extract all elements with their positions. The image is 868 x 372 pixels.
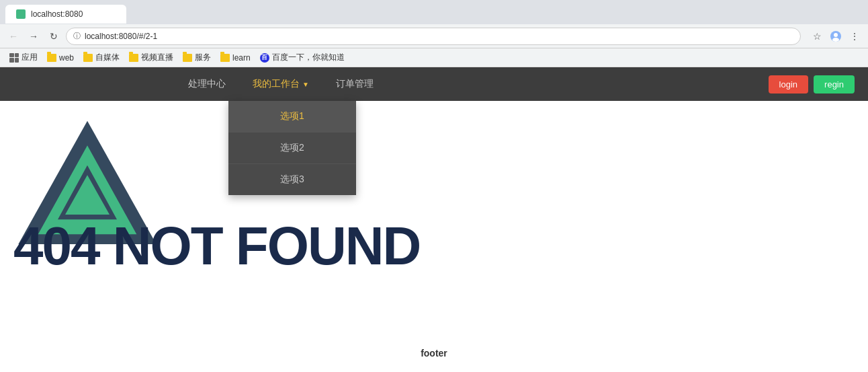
tab-bar: localhost:8080 — [0, 0, 868, 24]
bookmark-learn[interactable]: learn — [216, 52, 255, 64]
back-button[interactable]: ← — [5, 28, 21, 44]
page-footer: footer — [0, 348, 868, 359]
tab-favicon — [16, 9, 26, 19]
avatar-button[interactable] — [828, 28, 844, 44]
bookmark-stream[interactable]: 视频直播 — [125, 50, 177, 65]
folder-icon — [183, 54, 192, 62]
dropdown-item-3[interactable]: 选项3 — [228, 164, 356, 195]
footer-text: footer — [421, 348, 447, 359]
browser-actions: ☆ ⋮ — [809, 28, 863, 44]
bookmark-service[interactable]: 服务 — [179, 50, 215, 65]
login-button[interactable]: login — [769, 75, 808, 94]
chevron-down-icon: ▼ — [302, 81, 309, 88]
bookmark-web[interactable]: web — [43, 52, 78, 64]
dropdown-menu: 选项1 选项2 选项3 — [228, 101, 356, 195]
browser-tab[interactable]: localhost:8080 — [5, 5, 126, 24]
baidu-icon: 百 — [260, 53, 269, 63]
dropdown-item-2[interactable]: 选项2 — [228, 133, 356, 164]
bookmark-apps[interactable]: 应用 — [5, 50, 42, 65]
browser-controls: ← → ↻ ⓘ localhost:8080/#/2-1 ☆ ⋮ — [0, 24, 868, 48]
bookmark-baidu-label: 百度一下，你就知道 — [272, 52, 345, 63]
bookmark-baidu[interactable]: 百 百度一下，你就知道 — [256, 50, 349, 65]
app-navbar: 处理中心 我的工作台 ▼ 订单管理 login regin — [0, 67, 868, 101]
lock-icon: ⓘ — [73, 31, 81, 41]
url-text: localhost:8080/#/2-1 — [85, 32, 157, 41]
bookmark-learn-label: learn — [232, 53, 251, 63]
page-content: 处理中心 我的工作台 ▼ 订单管理 login regin 选项1 选项2 选项… — [0, 67, 868, 372]
folder-icon — [83, 54, 93, 62]
bookmark-stream-label: 视频直播 — [141, 52, 173, 63]
nav-item-workbench[interactable]: 我的工作台 ▼ — [239, 67, 322, 101]
folder-icon — [47, 54, 56, 62]
nav-item-orders-label: 订单管理 — [336, 78, 374, 90]
reload-button[interactable]: ↻ — [46, 28, 62, 44]
nav-item-process[interactable]: 处理中心 — [175, 67, 239, 101]
tab-title: localhost:8080 — [31, 9, 83, 19]
navbar-logo-area — [0, 67, 155, 101]
regin-button[interactable]: regin — [814, 75, 855, 94]
folder-icon — [129, 54, 138, 62]
bookmark-media[interactable]: 自媒体 — [79, 50, 124, 65]
bookmark-service-label: 服务 — [195, 52, 211, 63]
forward-button[interactable]: → — [26, 28, 42, 44]
apps-icon — [9, 53, 19, 63]
bookmark-button[interactable]: ☆ — [809, 28, 825, 44]
bookmarks-bar: 应用 web 自媒体 视频直播 服务 learn 百 百度一下，你就知道 — [0, 48, 868, 67]
svg-point-2 — [832, 38, 839, 42]
navbar-menu: 处理中心 我的工作台 ▼ 订单管理 — [175, 67, 387, 101]
dropdown-item-1[interactable]: 选项1 — [228, 101, 356, 133]
nav-item-orders[interactable]: 订单管理 — [322, 67, 387, 101]
nav-item-workbench-label: 我的工作台 — [253, 78, 300, 90]
not-found-text: 404 NOT FOUND — [13, 215, 420, 277]
bookmark-web-label: web — [59, 53, 74, 63]
bookmark-media-label: 自媒体 — [95, 52, 120, 63]
bookmark-apps-label: 应用 — [21, 52, 38, 63]
browser-chrome: localhost:8080 ← → ↻ ⓘ localhost:8080/#/… — [0, 0, 868, 67]
menu-button[interactable]: ⋮ — [847, 28, 863, 44]
folder-icon — [220, 54, 230, 62]
nav-item-process-label: 处理中心 — [188, 78, 226, 90]
navbar-actions: login regin — [769, 75, 855, 94]
svg-point-1 — [834, 33, 838, 37]
address-bar[interactable]: ⓘ localhost:8080/#/2-1 — [66, 28, 801, 45]
